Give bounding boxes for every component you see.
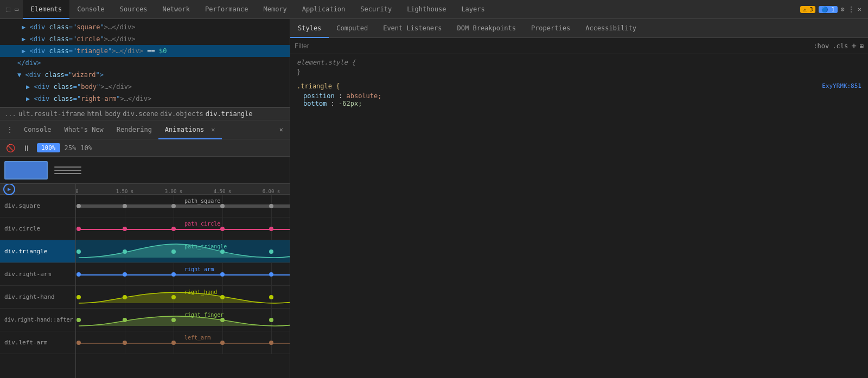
speed-10-option[interactable]: 10%	[80, 144, 92, 152]
tab-computed[interactable]: Computed	[329, 19, 375, 38]
settings-icon[interactable]: ⚙	[841, 5, 845, 13]
drawer-tab-whatsnew[interactable]: What's New	[58, 120, 110, 139]
kf-la-1	[76, 341, 81, 345]
tab-memory[interactable]: Memory	[256, 0, 294, 19]
track-label-triangle[interactable]: div.triangle	[0, 240, 75, 263]
bar-label-left-arm: left_arm	[184, 335, 210, 341]
bar-label-circle: path_circle	[184, 221, 220, 227]
dom-line-square[interactable]: ▶ <div class="square">…</div>	[0, 21, 290, 33]
bar-label-square: path_square	[184, 198, 220, 204]
kf-rf-5	[269, 318, 273, 322]
track-label-right-hand-after[interactable]: div.right-hand::after	[0, 309, 75, 331]
expand-pane-button[interactable]: ⊞	[860, 42, 864, 50]
kf-square-5	[269, 204, 273, 208]
dom-line-wizard[interactable]: ▼ <div class="wizard">	[0, 69, 290, 81]
track-label-left-arm[interactable]: div.left-arm	[0, 331, 75, 354]
drawer-tabs: ⋮ Console What's New Rendering Animation…	[0, 120, 290, 139]
clear-button[interactable]: 🚫	[4, 142, 16, 154]
speed-25-option[interactable]: 25%	[65, 144, 76, 152]
track-label-right-hand[interactable]: div.right-hand	[0, 286, 75, 309]
breadcrumb-html[interactable]: html	[87, 110, 103, 118]
tab-network[interactable]: Network	[155, 0, 197, 19]
kf-ra-3	[171, 272, 176, 277]
tab-styles[interactable]: Styles	[290, 19, 329, 38]
breadcrumb-iframe[interactable]: ult.result-iframe	[18, 110, 85, 118]
tracks-area: path_square	[76, 195, 290, 354]
anim-preview-area	[0, 157, 290, 184]
kf-square-3	[171, 204, 176, 208]
breadcrumb: ... ult.result-iframe html body div.scen…	[0, 107, 290, 120]
breadcrumb-body[interactable]: body	[105, 110, 120, 118]
tab-sources[interactable]: Sources	[112, 0, 155, 19]
rule-source-triangle[interactable]: ExyYRMK:851	[822, 82, 861, 89]
dom-line-triangle[interactable]: ▶ <div class="triangle">…</div> == $0	[0, 45, 290, 57]
breadcrumb-objects[interactable]: div.objects	[160, 110, 203, 118]
more-icon[interactable]: ⋮	[848, 5, 854, 13]
preview-line-2	[54, 170, 81, 171]
kf-circle-2	[123, 227, 127, 231]
tab-lighthouse[interactable]: Lighthouse	[399, 0, 454, 19]
drawer-tab-console[interactable]: Console	[17, 120, 58, 139]
inspect-icon[interactable]: ⬚	[7, 5, 10, 13]
play-button[interactable]: ▶	[3, 184, 15, 195]
kf-ra-2	[123, 272, 127, 277]
track-square: path_square	[76, 195, 290, 217]
prop-name-bottom: bottom	[303, 100, 327, 107]
rule-prop-position: position : absolute;	[303, 92, 861, 100]
kf-tri-3	[171, 249, 176, 254]
top-tab-bar: ⬚ ▭ Elements Console Sources Network Per…	[0, 0, 868, 19]
bar-label-triangle: path_triangle	[184, 244, 227, 249]
close-devtools-icon[interactable]: ✕	[858, 5, 861, 13]
dom-line-right-arm[interactable]: ▶ <div class="right-arm">…</div>	[0, 93, 290, 105]
add-style-button[interactable]: +	[851, 41, 857, 51]
track-label-circle[interactable]: div.circle	[0, 217, 75, 240]
kf-la-2	[123, 341, 127, 345]
tab-dom-breakpoints[interactable]: DOM Breakpoints	[450, 19, 524, 38]
ruler-mark-2: 3.00 s	[165, 189, 183, 194]
tab-console[interactable]: Console	[69, 0, 112, 19]
anim-controls: 🚫 ⏸ 100% 25% 10%	[0, 139, 290, 157]
tab-properties[interactable]: Properties	[524, 19, 578, 38]
styles-actions: :hov .cls + ⊞	[813, 41, 864, 51]
tab-layers[interactable]: Layers	[454, 0, 492, 19]
tab-performance[interactable]: Performance	[197, 0, 256, 19]
preview-line-3	[54, 173, 81, 174]
track-circle: path_circle	[76, 217, 290, 240]
tab-security[interactable]: Security	[353, 0, 399, 19]
line-circle	[79, 229, 290, 230]
kf-tri-5	[269, 249, 273, 254]
track-label-square[interactable]: div.square	[0, 195, 75, 217]
kf-rf-2	[123, 318, 127, 322]
drawer-close-button[interactable]: ✕	[275, 126, 288, 133]
kf-circle-4	[220, 227, 225, 231]
drawer-tab-animations[interactable]: Animations ✕	[158, 120, 222, 139]
device-icon[interactable]: ▭	[15, 5, 18, 13]
track-right-hand: right_hand	[76, 286, 290, 309]
ruler-spacer: ▶	[0, 184, 75, 195]
drawer-tab-rendering[interactable]: Rendering	[110, 120, 158, 139]
tab-accessibility[interactable]: Accessibility	[578, 19, 644, 38]
pause-button[interactable]: ⏸	[21, 142, 33, 154]
timeline-scroll[interactable]: 0 1.50 s 3.00 s 4.50 s 6.00 s 7.50 s 9.0…	[76, 184, 290, 378]
track-label-right-arm[interactable]: div.right-arm	[0, 263, 75, 286]
breadcrumb-triangle[interactable]: div.triangle	[206, 110, 253, 118]
animations-tab-close[interactable]: ✕	[211, 126, 215, 133]
kf-tri-1	[76, 249, 81, 254]
animation-thumbnail[interactable]	[4, 161, 48, 180]
speed-100-badge[interactable]: 100%	[37, 143, 60, 152]
kf-circle-5	[269, 227, 273, 231]
cls-button[interactable]: .cls	[832, 42, 848, 50]
timeline-container: ▶ div.square div.circle div.triangle div…	[0, 184, 290, 378]
filter-input[interactable]	[295, 42, 376, 50]
tab-event-listeners[interactable]: Event Listeners	[375, 19, 449, 38]
dom-line-close-div[interactable]: </div>	[0, 57, 290, 69]
tab-elements[interactable]: Elements	[23, 0, 69, 19]
breadcrumb-scene[interactable]: div.scene	[123, 110, 158, 118]
kf-rh-2	[123, 295, 127, 299]
drawer-menu-icon[interactable]: ⋮	[2, 126, 17, 133]
tab-application[interactable]: Application	[295, 0, 353, 19]
hov-button[interactable]: :hov	[813, 42, 829, 50]
dom-line-circle[interactable]: ▶ <div class="circle">…</div>	[0, 33, 290, 45]
dom-line-body[interactable]: ▶ <div class="body">…</div>	[0, 81, 290, 93]
header-icons-right: ⚠ 3 🔵 1 ⚙ ⋮ ✕	[800, 5, 866, 13]
